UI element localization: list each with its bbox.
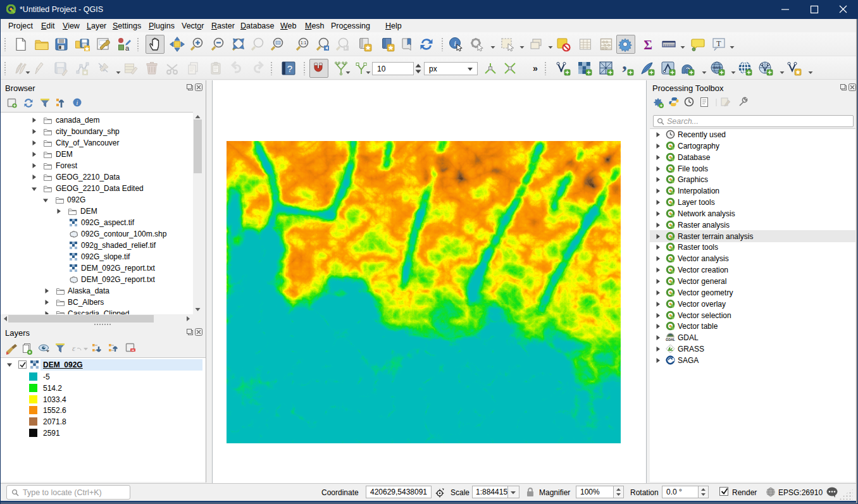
svg-text:a: a [125,44,130,52]
svg-text:i: i [454,39,456,48]
svg-text:WMS: WMS [713,66,721,70]
svg-text:Σ: Σ [644,37,652,52]
svg-text:GDAL: GDAL [666,338,675,341]
svg-text:,: , [622,61,627,73]
svg-text:?: ? [287,63,292,74]
svg-text:i: i [77,99,78,106]
svg-text:ε: ε [72,343,76,353]
svg-text:T: T [716,39,721,48]
svg-text:1:1: 1:1 [301,40,306,45]
